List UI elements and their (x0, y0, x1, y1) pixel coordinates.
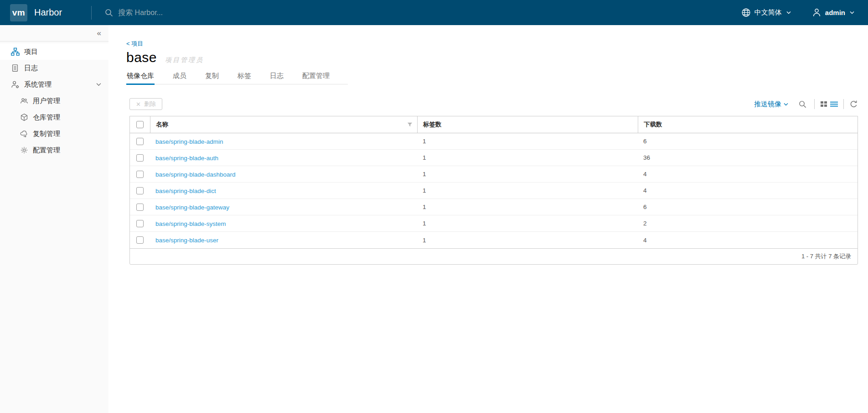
table-row: base/spring-blade-user 1 4 (130, 232, 858, 248)
table-row: base/spring-blade-dict 1 4 (130, 183, 858, 199)
users-icon (20, 97, 28, 105)
close-icon: ✕ (136, 101, 141, 108)
sidebar-item-label: 配置管理 (33, 146, 60, 155)
row-checkbox[interactable] (136, 138, 144, 145)
search-input[interactable] (118, 9, 310, 17)
repository-link[interactable]: base/spring-blade-system (150, 220, 226, 227)
tab-labels[interactable]: 标签 (237, 72, 252, 84)
repositories-toolbar: ✕ 删除 推送镜像 (126, 98, 858, 110)
sidebar-collapse-button[interactable]: « (0, 25, 108, 42)
language-label: 中文简体 (754, 8, 782, 17)
project-tabs: 镜像仓库 成员 复制 标签 日志 配置管理 (126, 72, 348, 84)
table-body: base/spring-blade-admin 1 6 base/spring-… (130, 133, 858, 248)
tag-count: 1 (417, 204, 638, 210)
row-checkbox[interactable] (136, 171, 144, 178)
card-view-button[interactable] (820, 100, 827, 108)
tag-count: 1 (417, 171, 638, 178)
global-search[interactable] (104, 8, 310, 17)
column-header-name: 名称 (150, 116, 417, 133)
records-count: 1 - 7 共计 7 条记录 (801, 252, 851, 261)
globe-icon (741, 8, 751, 17)
row-checkbox[interactable] (136, 236, 144, 244)
column-header-tags: 标签数 (417, 116, 638, 133)
repository-link[interactable]: base/spring-blade-dashboard (150, 171, 236, 178)
replication-icon (20, 130, 28, 138)
pull-count: 6 (638, 204, 858, 210)
table-row: base/spring-blade-gateway 1 6 (130, 199, 858, 215)
repository-link[interactable]: base/spring-blade-auth (150, 155, 218, 162)
row-checkbox[interactable] (136, 220, 144, 227)
collapse-icon: « (97, 29, 101, 38)
chevron-down-icon (786, 11, 791, 14)
tag-count: 1 (417, 237, 638, 244)
push-image-button[interactable]: 推送镜像 (754, 100, 788, 109)
list-view-button[interactable] (830, 100, 838, 108)
repository-link[interactable]: base/spring-blade-gateway (150, 204, 229, 211)
tab-configuration[interactable]: 配置管理 (302, 72, 330, 84)
table-row: base/spring-blade-auth 1 36 (130, 150, 858, 166)
delete-button[interactable]: ✕ 删除 (129, 98, 162, 110)
sidebar-item-projects[interactable]: 项目 (0, 43, 108, 60)
search-icon (104, 8, 114, 17)
pull-count: 4 (638, 237, 858, 244)
sidebar: « 项目 日志 (0, 25, 108, 413)
sidebar-item-label: 仓库管理 (33, 113, 60, 122)
tag-count: 1 (417, 154, 638, 161)
gear-icon (20, 146, 28, 154)
sidebar-item-replication-management[interactable]: 复制管理 (0, 125, 108, 142)
role-badge: 项目管理员 (165, 56, 204, 64)
tab-logs[interactable]: 日志 (269, 72, 284, 84)
refresh-icon[interactable] (849, 100, 858, 109)
filter-search-button[interactable] (798, 100, 807, 109)
row-checkbox[interactable] (136, 154, 144, 162)
brand-title[interactable]: Harbor (34, 7, 62, 18)
sidebar-item-label: 项目 (24, 47, 38, 56)
pull-count: 36 (638, 154, 858, 161)
repository-link[interactable]: base/spring-blade-admin (150, 138, 223, 145)
chevron-down-icon (96, 83, 101, 86)
sidebar-item-logs[interactable]: 日志 (0, 60, 108, 76)
sidebar-item-label: 用户管理 (33, 97, 60, 105)
app-header: vm Harbor 中文简体 (0, 0, 868, 25)
user-icon (812, 8, 822, 17)
table-row: base/spring-blade-admin 1 6 (130, 133, 858, 150)
table-header-row: 名称 标签数 下载数 (130, 116, 858, 133)
delete-button-label: 删除 (144, 100, 156, 108)
tab-members[interactable]: 成员 (172, 72, 187, 84)
row-checkbox[interactable] (136, 187, 144, 194)
pull-count: 4 (638, 171, 858, 178)
sidebar-item-label: 系统管理 (24, 80, 52, 89)
pull-count: 4 (638, 187, 858, 194)
sidebar-item-user-management[interactable]: 用户管理 (0, 93, 108, 109)
username-label: admin (825, 9, 845, 16)
repository-link[interactable]: base/spring-blade-user (150, 237, 218, 244)
user-menu[interactable]: admin (812, 8, 854, 17)
select-all-checkbox[interactable] (136, 121, 144, 128)
sidebar-item-administration[interactable]: 系统管理 (0, 76, 108, 93)
vmware-logo[interactable]: vm (10, 4, 27, 21)
breadcrumb-projects-link[interactable]: < 项目 (126, 40, 143, 48)
page-title: base (126, 50, 157, 65)
tag-count: 1 (417, 220, 638, 227)
repositories-table: 名称 标签数 下载数 base/spring-blade-admin 1 6 b… (129, 116, 858, 265)
filter-icon[interactable] (407, 122, 413, 127)
row-checkbox[interactable] (136, 204, 144, 211)
repository-link[interactable]: base/spring-blade-dict (150, 188, 216, 194)
sidebar-item-configuration[interactable]: 配置管理 (0, 142, 108, 158)
administration-icon (10, 80, 20, 89)
tab-repositories[interactable]: 镜像仓库 (126, 72, 155, 85)
toolbar-divider (814, 99, 815, 109)
table-footer: 1 - 7 共计 7 条记录 (130, 248, 858, 264)
table-row: base/spring-blade-system 1 2 (130, 215, 858, 232)
chevron-down-icon (850, 11, 854, 14)
push-image-label: 推送镜像 (754, 100, 781, 109)
select-all-cell (130, 116, 150, 133)
logo-text: vm (12, 8, 25, 18)
language-selector[interactable]: 中文简体 (741, 8, 791, 17)
sidebar-item-label: 日志 (24, 64, 38, 73)
header-divider (91, 6, 92, 20)
sidebar-item-registry-management[interactable]: 仓库管理 (0, 109, 108, 125)
registry-icon (20, 113, 28, 121)
logs-icon (10, 63, 20, 73)
tab-replication[interactable]: 复制 (205, 72, 219, 84)
